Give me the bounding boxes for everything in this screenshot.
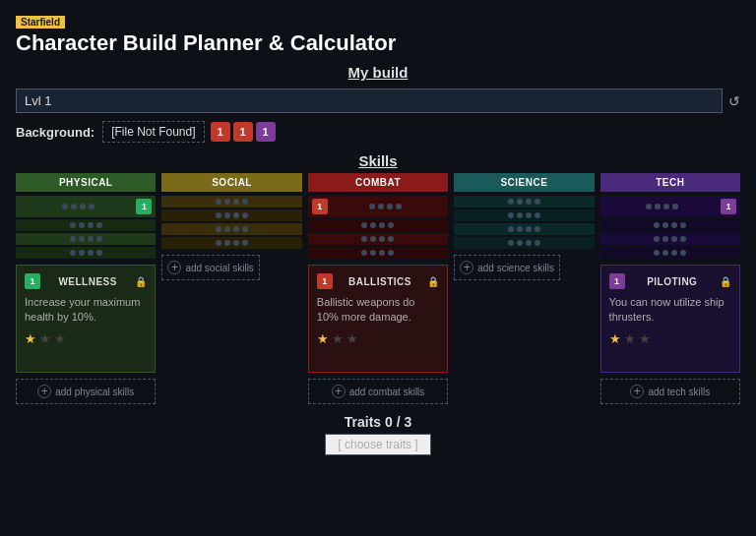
- tech-header: TECH: [600, 173, 740, 192]
- background-value: [File Not Found]: [102, 121, 204, 143]
- dot: [508, 226, 514, 232]
- dot: [369, 204, 375, 209]
- social-row-3: [161, 223, 301, 235]
- tech-badge-1: 1: [721, 199, 736, 214]
- science-row-1: [454, 196, 594, 208]
- physical-dots-4: [20, 250, 152, 256]
- social-row-2: [161, 209, 301, 221]
- my-build-label: My build: [16, 64, 740, 81]
- social-dots-3: [165, 226, 297, 232]
- dot: [224, 240, 230, 246]
- dot: [88, 222, 94, 228]
- dot: [680, 250, 686, 256]
- choose-traits-button[interactable]: [ choose traits ]: [325, 434, 430, 455]
- dot: [517, 199, 523, 205]
- dot: [80, 204, 86, 209]
- dot: [379, 222, 385, 228]
- dot: [79, 236, 85, 242]
- tech-skill-card: 1 PILOTING 🔒 You can now utilize ship th…: [600, 265, 740, 373]
- add-tech-label: add tech skills: [648, 387, 710, 397]
- dot: [216, 199, 221, 205]
- dot: [361, 250, 367, 256]
- social-card-placeholder: + add social skills: [161, 251, 301, 404]
- dot: [370, 222, 376, 228]
- plus-icon: +: [460, 261, 473, 274]
- dot: [535, 240, 540, 246]
- dot: [79, 222, 85, 228]
- add-science-label: add science skills: [477, 263, 554, 273]
- physical-card-header: 1 WELLNESS 🔒: [25, 273, 147, 289]
- dot: [216, 212, 221, 218]
- tech-card-badge: 1: [609, 273, 625, 289]
- star-1: ★: [317, 331, 329, 346]
- dot: [216, 240, 221, 246]
- physical-row-2: [16, 219, 156, 231]
- tech-card-title: PILOTING: [647, 276, 697, 287]
- science-card-placeholder: + add science skills: [454, 251, 594, 404]
- dot: [233, 199, 239, 205]
- combat-dots-4: [312, 250, 444, 256]
- background-row: Background: [File Not Found] 1 1 1: [16, 121, 740, 143]
- combat-card-header: 1 BALLISTICS 🔒: [317, 273, 439, 289]
- dot: [526, 240, 532, 246]
- dot: [89, 204, 94, 209]
- column-combat: COMBAT 1: [308, 173, 448, 404]
- physical-row-3: [16, 233, 156, 245]
- dot: [671, 250, 677, 256]
- social-row-1: [161, 196, 301, 208]
- science-dots-3: [458, 226, 590, 232]
- combat-stars: ★ ★ ★: [317, 331, 439, 346]
- dot: [70, 222, 76, 228]
- column-social: SOCIAL: [161, 173, 301, 404]
- social-header: SOCIAL: [161, 173, 301, 192]
- dot: [680, 236, 686, 242]
- skills-grid: PHYSICAL 1: [16, 173, 740, 404]
- tech-row-2: [600, 219, 740, 231]
- plus-icon: +: [167, 261, 181, 274]
- dot: [378, 204, 384, 209]
- combat-card-badge: 1: [317, 273, 333, 289]
- header: Starfield Character Build Planner & Calc…: [16, 12, 740, 81]
- combat-row-3: [308, 233, 448, 245]
- background-badge-3: 1: [256, 122, 276, 142]
- add-physical-skills-button[interactable]: + add physical skills: [16, 379, 156, 404]
- dot: [70, 236, 76, 242]
- physical-header: PHYSICAL: [16, 173, 156, 192]
- science-dots-2: [458, 212, 590, 218]
- dot: [224, 199, 230, 205]
- dot: [672, 204, 678, 209]
- combat-row-4: [308, 247, 448, 259]
- level-input[interactable]: [16, 89, 723, 113]
- dot: [535, 226, 540, 232]
- dot: [88, 236, 94, 242]
- column-science: SCIENCE: [454, 173, 594, 404]
- combat-row-1: 1: [308, 196, 448, 217]
- combat-header: COMBAT: [308, 173, 448, 192]
- physical-dots-1: [20, 204, 136, 209]
- plus-icon: +: [37, 385, 51, 398]
- dot: [388, 222, 394, 228]
- game-tag: Starfield: [16, 16, 65, 29]
- tech-row-1: 1: [600, 196, 740, 217]
- tech-card-header: 1 PILOTING 🔒: [609, 273, 731, 289]
- combat-lock-icon: 🔒: [427, 276, 439, 287]
- star-1: ★: [609, 331, 621, 346]
- dot: [508, 240, 514, 246]
- add-science-skills-button[interactable]: + add science skills: [454, 255, 560, 280]
- add-combat-label: add combat skills: [349, 387, 425, 397]
- refresh-icon[interactable]: ↺: [728, 93, 740, 109]
- add-physical-label: add physical skills: [55, 387, 134, 397]
- physical-badge-1: 1: [136, 199, 152, 214]
- dot: [517, 240, 523, 246]
- traits-section: Traits 0 / 3 [ choose traits ]: [16, 414, 740, 455]
- add-combat-skills-button[interactable]: + add combat skills: [308, 379, 448, 404]
- science-dots-1: [458, 199, 590, 205]
- dot: [388, 236, 394, 242]
- social-row-4: [161, 237, 301, 249]
- social-dots-2: [165, 212, 297, 218]
- add-tech-skills-button[interactable]: + add tech skills: [600, 379, 740, 404]
- dot: [242, 240, 248, 246]
- dot: [216, 226, 221, 232]
- star-3: ★: [54, 331, 66, 346]
- add-social-skills-button[interactable]: + add social skills: [161, 255, 259, 280]
